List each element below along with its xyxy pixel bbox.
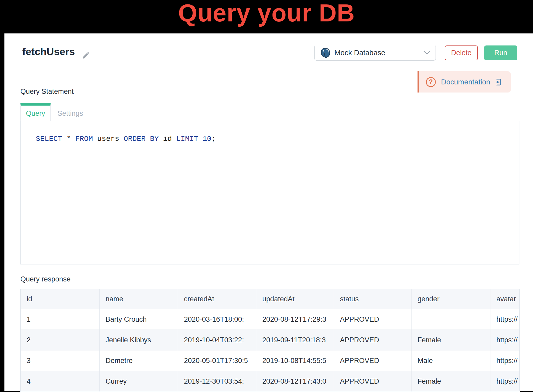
column-header-name: name xyxy=(100,289,178,309)
query-response-table: idnamecreatedAtupdatedAtstatusgenderavat… xyxy=(20,289,520,392)
table-row: 3Demetre2020-05-01T17:30:52019-10-08T14:… xyxy=(21,350,520,371)
sql-token: 10 xyxy=(203,135,212,143)
cell-name: Jenelle Kibbys xyxy=(100,330,178,350)
edit-pencil-icon[interactable] xyxy=(82,51,91,60)
documentation-link[interactable]: ? Documentation xyxy=(418,71,511,93)
sql-token xyxy=(198,135,203,143)
sql-token: ORDER BY xyxy=(124,135,159,143)
sql-token: ; xyxy=(211,135,216,143)
cell-updatedAt: 2020-08-12T17:43:0 xyxy=(256,371,334,392)
database-selector-value: Mock Database xyxy=(334,49,424,57)
tab-settings-label: Settings xyxy=(57,109,83,118)
cell-id: 4 xyxy=(21,371,100,392)
chevron-down-icon xyxy=(424,51,430,55)
query-name: fetchUsers xyxy=(22,46,75,57)
screenshot-root: Query your DB fetchUsers Mock Database xyxy=(0,0,533,392)
cell-gender: Female xyxy=(412,330,490,350)
cell-name: Barty Crouch xyxy=(100,309,178,330)
cell-name: Demetre xyxy=(100,350,178,371)
sql-code-line: SELECT * FROM users ORDER BY id LIMIT 10… xyxy=(36,135,216,143)
run-button[interactable]: Run xyxy=(484,45,517,60)
cell-name: Currey xyxy=(100,371,178,392)
sql-editor[interactable]: SELECT * FROM users ORDER BY id LIMIT 10… xyxy=(20,121,519,264)
cell-status: APPROVED xyxy=(334,350,412,371)
tab-query[interactable]: Query xyxy=(20,103,51,121)
sql-token: LIMIT xyxy=(176,135,198,143)
column-header-gender: gender xyxy=(412,289,490,309)
cell-createdAt: 2019-10-04T03:22: xyxy=(178,330,256,350)
cell-createdAt: 2019-12-30T03:54: xyxy=(178,371,256,392)
sql-token: FROM xyxy=(75,135,93,143)
sql-token: users xyxy=(93,135,124,143)
cell-updatedAt: 2020-08-12T17:29:3 xyxy=(256,309,334,330)
table-row: 2Jenelle Kibbys2019-10-04T03:22:2019-09-… xyxy=(21,330,520,350)
table-header-row: idnamecreatedAtupdatedAtstatusgenderavat… xyxy=(21,289,520,309)
cell-createdAt: 2020-03-16T18:00: xyxy=(178,309,256,330)
sql-token: * xyxy=(62,135,75,143)
cell-gender xyxy=(412,309,490,330)
tab-query-label: Query xyxy=(26,109,45,118)
cell-status: APPROVED xyxy=(334,309,412,330)
cell-avatar: https:// xyxy=(490,350,520,371)
cell-status: APPROVED xyxy=(334,330,412,350)
column-header-updatedAt: updatedAt xyxy=(256,289,334,309)
page-title: Query your DB xyxy=(0,0,533,30)
cell-avatar: https:// xyxy=(490,309,520,330)
tab-settings[interactable]: Settings xyxy=(51,103,90,121)
database-selector[interactable]: Mock Database xyxy=(314,45,436,61)
column-header-avatar: avatar xyxy=(490,289,520,309)
main-panel: fetchUsers Mock Database xyxy=(4,33,533,391)
cell-avatar: https:// xyxy=(490,371,520,392)
question-circle-icon: ? xyxy=(426,77,436,87)
cell-id: 2 xyxy=(21,330,100,350)
table-row: 1Barty Crouch2020-03-16T18:00:2020-08-12… xyxy=(21,309,520,330)
cell-gender: Male xyxy=(412,350,490,371)
documentation-label: Documentation xyxy=(441,78,490,86)
cell-updatedAt: 2019-09-11T20:18:3 xyxy=(256,330,334,350)
cell-status: APPROVED xyxy=(334,371,412,392)
sql-token: id xyxy=(159,135,176,143)
cell-updatedAt: 2019-10-08T14:55:5 xyxy=(256,350,334,371)
sql-token: SELECT xyxy=(36,135,62,143)
query-response-label: Query response xyxy=(20,275,71,283)
column-header-status: status xyxy=(334,289,412,309)
cell-id: 1 xyxy=(21,309,100,330)
page-banner: Query your DB xyxy=(0,0,533,33)
column-header-createdAt: createdAt xyxy=(178,289,256,309)
postgresql-icon xyxy=(320,47,331,58)
delete-button[interactable]: Delete xyxy=(445,45,478,60)
cell-createdAt: 2020-05-01T17:30:5 xyxy=(178,350,256,371)
cell-gender: Female xyxy=(412,371,490,392)
cell-avatar: https:// xyxy=(490,330,520,350)
query-statement-label: Query Statement xyxy=(20,88,74,96)
column-header-id: id xyxy=(21,289,100,309)
external-doc-icon xyxy=(494,78,502,86)
tab-bar: Query Settings xyxy=(20,103,90,121)
cell-id: 3 xyxy=(21,350,100,371)
table-row: 4Currey2019-12-30T03:54:2020-08-12T17:43… xyxy=(21,371,520,392)
